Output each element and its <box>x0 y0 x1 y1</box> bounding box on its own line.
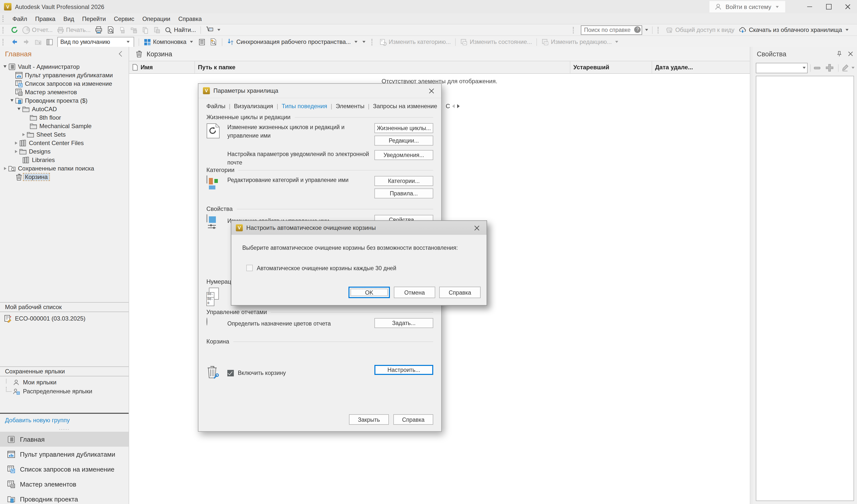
change-revision-button[interactable]: A Изменить редакцию... <box>539 36 622 48</box>
expander-open-icon[interactable] <box>17 108 20 110</box>
nav-item-duplicates[interactable]: Пульт управления дубликатами <box>0 447 129 461</box>
column-obsolete[interactable]: Устаревший <box>570 61 652 73</box>
dialog-close-button[interactable] <box>471 223 482 233</box>
refresh-button[interactable] <box>9 24 20 35</box>
tree-node-sheet-sets[interactable]: Sheet Sets <box>0 130 129 139</box>
collapse-sidebar-icon[interactable] <box>119 51 124 57</box>
nav-item-project-explorer[interactable]: Проводник проекта <box>0 491 129 504</box>
panel-splitter[interactable] <box>750 47 753 504</box>
minimize-button[interactable] <box>800 0 819 14</box>
help-search-input[interactable] <box>581 25 642 35</box>
tab-behaviors[interactable]: Типы поведения <box>273 103 327 110</box>
copy-file-button[interactable] <box>139 24 151 35</box>
expander-closed-icon[interactable] <box>15 141 17 144</box>
layout-button[interactable]: Компоновка <box>141 36 197 48</box>
close-panel-icon[interactable] <box>848 51 853 56</box>
categories-button[interactable]: Категории... <box>374 176 433 186</box>
view-selector[interactable]: Вид по умолчанию <box>57 37 134 47</box>
tree-node-duplicates[interactable]: Пульт управления дубликатами <box>0 71 129 79</box>
add-group-link[interactable]: Добавить новую группу <box>5 417 70 424</box>
shortcut-my[interactable]: Мои ярлыки <box>0 378 129 387</box>
tree-node-recycle-bin[interactable]: Корзина <box>0 172 129 181</box>
login-button[interactable]: Войти в систему <box>710 1 786 13</box>
share-toolbar-grip[interactable] <box>658 27 661 33</box>
tree-node-designs[interactable]: Designs <box>0 147 129 155</box>
tab-scroll-right-icon[interactable] <box>457 104 459 108</box>
forward-button[interactable] <box>20 36 32 48</box>
edit-dropdown-icon[interactable] <box>852 67 855 69</box>
nav-item-item-master[interactable]: Мастер элементов <box>0 476 129 491</box>
column-date-deleted[interactable]: Дата удале... <box>652 61 750 73</box>
tree-node-vault[interactable]: Vault - Администратор <box>0 62 129 71</box>
nav-resize-grip[interactable]: ...... <box>0 427 129 432</box>
shopping-cart-button[interactable] <box>203 24 224 35</box>
report-button[interactable]: Отчет... <box>20 24 55 35</box>
copy-design-button[interactable] <box>117 24 128 35</box>
edit-pencil-icon[interactable] <box>841 64 849 72</box>
nav-item-change-orders[interactable]: Список запросов на изменение <box>0 461 129 476</box>
pin-icon[interactable] <box>837 51 842 57</box>
tab-items[interactable]: Элементы <box>327 103 365 110</box>
ok-button[interactable]: OK <box>349 287 390 298</box>
menubar-grip[interactable] <box>2 15 5 22</box>
navigation-pane-button[interactable] <box>44 36 55 48</box>
tree-node-mechanical-sample[interactable]: Mechanical Sample <box>0 122 129 130</box>
find-button[interactable]: Найти... <box>163 24 198 35</box>
menu-edit[interactable]: Правка <box>31 15 59 22</box>
sync-workspace-button[interactable]: Синхронизация рабочего пространства... <box>225 36 369 48</box>
enable-recycle-checkbox[interactable] <box>227 370 234 376</box>
property-set-selector[interactable] <box>756 63 808 73</box>
close-settings-button[interactable]: Закрыть <box>349 414 389 425</box>
print-button[interactable]: Печать... <box>55 24 93 35</box>
dialog-close-button[interactable] <box>426 86 437 96</box>
tab-files[interactable]: Файлы <box>206 103 225 110</box>
help-toolbar-grip[interactable] <box>573 27 576 33</box>
tab-visualization[interactable]: Визуализация <box>225 103 273 110</box>
tab-change-orders[interactable]: Запросы на изменение <box>365 103 437 110</box>
expander-closed-icon[interactable] <box>22 133 25 136</box>
cloud-download-button[interactable]: Скачать из облачного хранилища <box>736 26 852 34</box>
column-path[interactable]: Путь к папке <box>195 61 570 73</box>
tree-node-content-center[interactable]: Content Center Files <box>0 139 129 147</box>
set-report-colors-button[interactable]: Задать... <box>374 318 433 328</box>
expander-open-icon[interactable] <box>3 65 6 68</box>
tree-node-libraries[interactable]: Libraries <box>0 155 129 164</box>
details-view-button[interactable] <box>197 36 207 48</box>
close-button[interactable] <box>838 0 857 14</box>
move-folder-button[interactable] <box>128 24 139 35</box>
refresh-search-button[interactable] <box>207 36 219 48</box>
expander-closed-icon[interactable] <box>4 167 6 170</box>
auto-cleanup-checkbox[interactable] <box>246 265 253 271</box>
worklist-item-eco[interactable]: ECO-000001 (03.03.2025) <box>0 314 129 323</box>
settings-help-button[interactable]: Справка <box>393 414 433 425</box>
menu-go[interactable]: Перейти <box>78 15 110 22</box>
configure-recycle-button[interactable]: Настроить... <box>374 365 433 375</box>
dialog-titlebar[interactable]: V Параметры хранилища <box>198 84 441 98</box>
tab-scroll-left-icon[interactable] <box>452 104 454 108</box>
tree-node-change-orders[interactable]: Список запросов на изменение <box>0 79 129 88</box>
revisions-button[interactable]: Редакции... <box>374 136 433 146</box>
change-category-button[interactable]: Изменить категорию... <box>377 36 453 48</box>
back-button[interactable] <box>9 36 20 48</box>
toolbar2b-grip[interactable] <box>371 39 374 45</box>
menu-view[interactable]: Вид <box>59 15 78 22</box>
expander-closed-icon[interactable] <box>15 150 17 153</box>
add-property-icon[interactable] <box>825 63 834 72</box>
notifications-button[interactable]: Уведомления... <box>374 150 433 160</box>
shortcut-shared[interactable]: Распределенные ярлыки <box>0 387 129 396</box>
share-view-button[interactable]: Общий доступ к виду <box>664 26 736 34</box>
tree-node-autocad[interactable]: AutoCAD <box>0 105 129 113</box>
lifecycles-button[interactable]: Жизненные циклы... <box>374 123 433 133</box>
nav-item-home[interactable]: Главная <box>0 432 129 447</box>
tree-node-8th-floor[interactable]: 8th floor <box>0 113 129 122</box>
remove-property-icon[interactable] <box>813 64 821 72</box>
up-folder-button[interactable] <box>32 36 44 48</box>
dialog-titlebar[interactable]: V Настроить автоматическое очищение корз… <box>231 221 487 235</box>
tree-node-item-master[interactable]: Мастер элементов <box>0 88 129 96</box>
menu-file[interactable]: Файл <box>9 15 31 22</box>
menu-tools[interactable]: Сервис <box>110 15 138 22</box>
help-search-dropdown-icon[interactable] <box>645 29 648 31</box>
toolbar1-grip[interactable] <box>2 27 5 33</box>
print-preview-button[interactable] <box>105 24 117 35</box>
toolbar2-grip[interactable] <box>2 39 5 45</box>
